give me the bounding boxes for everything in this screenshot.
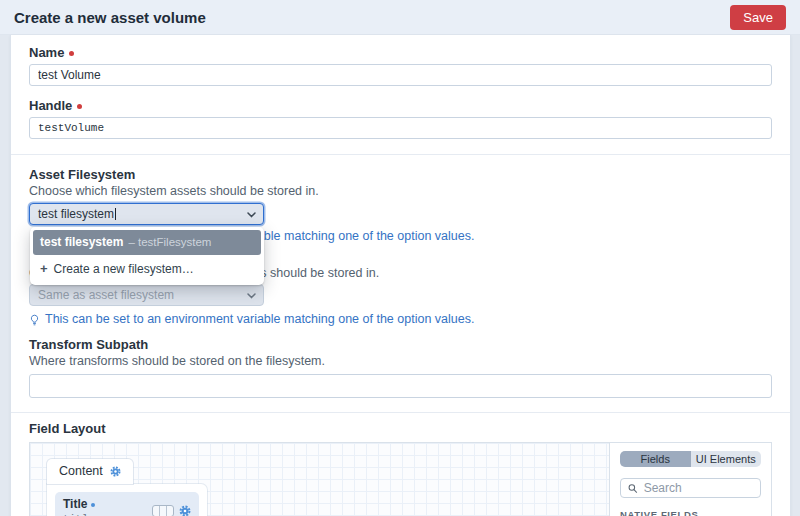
field-layout-label-text: Field Layout bbox=[29, 422, 106, 436]
lightbulb-icon bbox=[29, 314, 40, 326]
title-field-name-row: Title bbox=[63, 497, 95, 511]
menu-option-test-filesystem[interactable]: test filesystem – testFilesystem bbox=[33, 230, 261, 255]
field-layout-label: Field Layout bbox=[29, 422, 772, 436]
transform-subpath-label: Transform Subpath bbox=[29, 338, 772, 352]
filesystem-dropdown-menu: test filesystem – testFilesystem + Creat… bbox=[30, 227, 264, 285]
page-title: Create a new asset volume bbox=[14, 9, 206, 26]
chevron-down-icon bbox=[247, 212, 256, 218]
handle-label-text: Handle bbox=[29, 99, 72, 113]
library-tab-fields[interactable]: Fields bbox=[620, 451, 691, 467]
library-tab-bar: Fields UI Elements bbox=[620, 451, 761, 467]
asset-filesystem-label: Asset Filesystem bbox=[29, 168, 772, 182]
create-option-label: Create a new filesystem… bbox=[54, 262, 194, 276]
transform-subpath-input[interactable] bbox=[29, 374, 772, 398]
handle-input[interactable] bbox=[29, 117, 772, 139]
field-layout-section: Field Layout Content Title bbox=[29, 422, 772, 516]
required-indicator-icon bbox=[69, 51, 74, 56]
field-layout-workspace: Content Title title bbox=[30, 443, 609, 516]
content-tab-label: Content bbox=[59, 464, 103, 478]
menu-option-create-filesystem[interactable]: + Create a new filesystem… bbox=[33, 255, 261, 285]
content-pane: Name Handle Asset Filesystem Choose whic… bbox=[10, 35, 791, 516]
gear-icon[interactable] bbox=[179, 505, 191, 516]
field-layout-designer: Content Title title bbox=[29, 442, 772, 516]
asset-filesystem-label-text: Asset Filesystem bbox=[29, 168, 135, 182]
library-tab-ui-elements[interactable]: UI Elements bbox=[691, 451, 762, 467]
section-divider bbox=[11, 154, 790, 155]
transform-filesystem-tip: This can be set to an environment variab… bbox=[29, 313, 772, 326]
transform-filesystem-select[interactable]: Same as asset filesystem bbox=[29, 284, 264, 306]
native-fields-heading: NATIVE FIELDS bbox=[620, 509, 761, 516]
content-tab[interactable]: Content bbox=[47, 459, 133, 484]
option-name: test filesystem bbox=[40, 235, 123, 249]
transform-subpath-label-text: Transform Subpath bbox=[29, 338, 148, 352]
save-button[interactable]: Save bbox=[730, 5, 786, 30]
title-field-card[interactable]: Title title bbox=[55, 492, 199, 516]
asset-filesystem-field: Asset Filesystem Choose which filesystem… bbox=[29, 168, 772, 243]
combobox-value: test filesystem bbox=[38, 207, 114, 221]
name-label-text: Name bbox=[29, 46, 64, 60]
name-input[interactable] bbox=[29, 64, 772, 86]
field-width-picker[interactable] bbox=[152, 505, 174, 516]
option-handle-suffix: – testFilesystem bbox=[128, 236, 211, 248]
field-library-panel: Fields UI Elements NATIVE FIELDS bbox=[609, 443, 771, 516]
gear-icon[interactable] bbox=[110, 466, 121, 477]
transform-subpath-field: Transform Subpath Where transforms shoul… bbox=[29, 338, 772, 398]
title-field-info: Title title bbox=[63, 497, 95, 516]
library-search-input[interactable] bbox=[644, 481, 753, 495]
asset-filesystem-combobox[interactable]: test filesystem test filesystem – testFi… bbox=[29, 203, 264, 225]
page-header: Create a new asset volume Save bbox=[0, 0, 800, 35]
text-cursor bbox=[115, 208, 116, 220]
library-search[interactable] bbox=[620, 478, 761, 498]
plus-icon: + bbox=[40, 264, 48, 274]
section-divider bbox=[11, 412, 790, 413]
asset-filesystem-instructions: Choose which filesystem assets should be… bbox=[29, 185, 772, 198]
handle-label: Handle bbox=[29, 99, 772, 113]
name-field: Name bbox=[29, 46, 772, 86]
handle-field: Handle bbox=[29, 99, 772, 139]
mandatory-indicator-icon bbox=[91, 503, 95, 507]
required-indicator-icon bbox=[77, 104, 82, 109]
title-field-controls bbox=[152, 505, 191, 516]
transform-subpath-instructions: Where transforms should be stored on the… bbox=[29, 355, 772, 368]
chevron-down-icon bbox=[247, 293, 256, 299]
field-name: Title bbox=[63, 497, 87, 511]
search-icon bbox=[628, 483, 638, 494]
content-tab-body: Title title bbox=[47, 484, 207, 516]
name-label: Name bbox=[29, 46, 772, 60]
select-value: Same as asset filesystem bbox=[38, 288, 174, 302]
tip-text: This can be set to an environment variab… bbox=[45, 313, 474, 326]
